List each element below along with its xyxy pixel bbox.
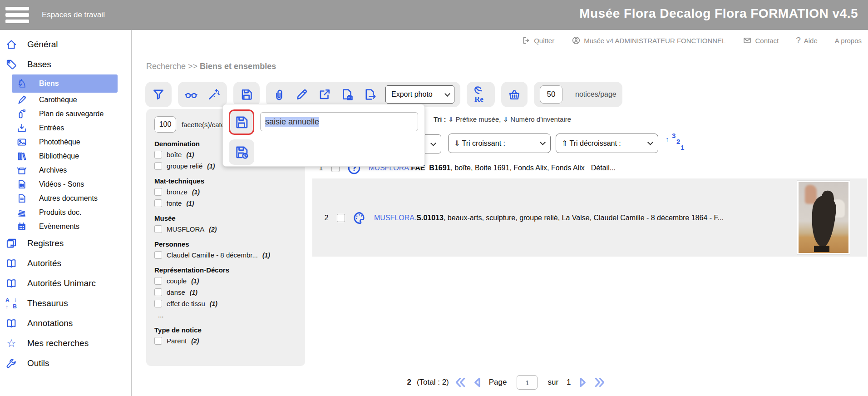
sidebar-item-autorites-unimarc[interactable]: Autorités Unimarc (0, 273, 131, 293)
fire-extinguisher-icon (16, 109, 27, 119)
page-label: Page (489, 378, 507, 387)
facet-checkbox[interactable] (154, 288, 162, 296)
facet-more-link[interactable]: ... (158, 311, 297, 319)
document-export-icon[interactable] (363, 87, 377, 102)
facet-checkbox[interactable] (154, 188, 162, 196)
quitter-link[interactable]: Quitter (522, 36, 554, 45)
save-search-panel: saisie annuelle (222, 104, 425, 167)
palette-icon[interactable] (352, 211, 367, 225)
save-icon[interactable] (239, 87, 254, 102)
total-pages: 1 (567, 378, 571, 387)
contact-link[interactable]: Contact (743, 36, 779, 45)
search-name-input[interactable]: saisie annuelle (260, 112, 418, 131)
facet-option: effet de tissu(1) (154, 300, 297, 307)
chevron-down-icon (647, 139, 653, 145)
apropos-link[interactable]: A propos (835, 37, 862, 45)
toolbar-group-perpage: notices/page (534, 82, 622, 107)
core-sample-icon (16, 94, 27, 105)
hamburger-menu-icon[interactable] (5, 7, 29, 23)
magic-wand-icon[interactable] (207, 87, 221, 102)
thesaurus-ab-icon: A↓↑B (5, 297, 17, 309)
sidebar-item-videos-sons[interactable]: Vidéos - Sons (0, 177, 131, 191)
sidebar-item-plan-de-sauvegarde[interactable]: Plan de sauvegarde (0, 107, 131, 121)
facet-checkbox[interactable] (154, 300, 162, 307)
chevron-down-icon (540, 139, 546, 145)
last-page-icon[interactable] (594, 376, 606, 388)
aide-link[interactable]: ? Aide (796, 35, 818, 45)
facet-checkbox[interactable] (154, 277, 162, 285)
previous-page-icon[interactable] (472, 376, 483, 388)
sidebar-item-autres-documents[interactable]: Autres documents (0, 191, 131, 205)
app-title: Musée Flora Decalog Flora FORMATION v4.5 (579, 6, 858, 21)
facet-checkbox[interactable] (154, 337, 162, 345)
sidebar-item-bibliotheque[interactable]: Bibliothèque (0, 149, 131, 163)
sidebar-item-registres[interactable]: Registres (0, 233, 131, 253)
pagination: 2 (Total : 2) Page sur 1 (145, 375, 867, 390)
chevron-down-icon (444, 91, 450, 97)
open-book-icon (5, 257, 17, 269)
re-logo-icon[interactable]: Re (473, 86, 489, 103)
sidebar-item-entrees[interactable]: Entrées (0, 121, 131, 135)
facet-checkbox[interactable] (154, 162, 162, 170)
facet-option: couple(1) (154, 277, 297, 285)
sidebar-item-bases[interactable]: Bases (0, 54, 131, 74)
external-link-icon[interactable] (317, 87, 332, 102)
sort-ascending-select[interactable]: ⇓ Tri croissant : (448, 134, 551, 153)
page-number-input[interactable] (517, 375, 538, 390)
sidebar-item-evenements[interactable]: Evènements (0, 219, 131, 233)
sidebar: Général Bases ♘ Biens Carothèque Plan de… (0, 30, 132, 396)
first-page-icon[interactable] (454, 376, 466, 388)
save-clock-icon (234, 144, 249, 160)
chess-knight-icon: ♘ (16, 78, 27, 89)
sidebar-item-outils[interactable]: Outils (0, 353, 131, 373)
facet-option: MUSFLORA(2) (154, 225, 297, 233)
result-detail-link[interactable]: Détail... (591, 164, 616, 172)
paperclip-icon[interactable] (272, 87, 286, 102)
export-photo-select[interactable]: Export photo (385, 85, 454, 104)
sidebar-item-general[interactable]: Général (0, 35, 131, 54)
pencil-icon[interactable] (295, 87, 309, 102)
facet-checkbox[interactable] (154, 199, 162, 207)
save-search-button-highlighted[interactable] (229, 109, 254, 135)
result-thumbnail[interactable] (797, 180, 850, 255)
toolbar-group-save (233, 82, 260, 107)
photo-icon (16, 137, 27, 148)
numeric-sort-icon[interactable]: 321↑ (666, 133, 686, 153)
sort-descending-select[interactable]: ⇑ Tri décroissant : (556, 134, 658, 153)
document-print-icon[interactable] (340, 87, 355, 102)
next-page-icon[interactable] (577, 376, 588, 388)
notices-per-page-input[interactable] (540, 85, 562, 104)
user-account[interactable]: Musée v4 ADMINISTRATEUR FONCTIONNEL (572, 36, 725, 45)
page-sur-label: sur (547, 378, 558, 387)
sidebar-item-autorites[interactable]: Autorités (0, 253, 131, 273)
result-checkbox[interactable] (337, 214, 345, 222)
filter-icon[interactable] (151, 87, 166, 102)
facet-group-musee: Musée MUSFLORA(2) (154, 214, 297, 233)
facet-checkbox[interactable] (154, 225, 162, 233)
facet-count-input[interactable] (154, 116, 176, 133)
document-icon (16, 193, 27, 204)
sidebar-item-produits-doc[interactable]: Produits doc. (0, 205, 131, 219)
facet-group-type-de-notice: Type de notice Parent(2) (154, 326, 297, 345)
facet-checkbox[interactable] (154, 251, 162, 259)
result-link[interactable]: MUSFLORA. (374, 214, 416, 222)
glasses-icon[interactable] (184, 87, 198, 102)
toolbar-group-recolnat: Re (467, 82, 495, 107)
sidebar-item-biens[interactable]: ♘ Biens (12, 74, 118, 93)
sidebar-item-mes-recherches[interactable]: ☆ Mes recherches (0, 333, 131, 353)
breadcrumb: Recherche >> Biens et ensembles (146, 62, 276, 71)
result-text: MUSFLORA.S.01013, beaux-arts, sculpture,… (374, 214, 724, 222)
sidebar-item-phototheque[interactable]: Photothèque (0, 135, 131, 149)
basket-icon[interactable] (507, 87, 522, 102)
workspace-label: Espaces de travail (42, 10, 105, 20)
sculpture-photo (799, 182, 848, 253)
sidebar-item-thesaurus[interactable]: A↓↑B Thesaurus (0, 293, 131, 313)
sidebar-item-archives[interactable]: Archives (0, 163, 131, 177)
sidebar-item-annotations[interactable]: Annotations (0, 313, 131, 333)
save-scheduled-button[interactable] (229, 139, 254, 165)
star-icon: ☆ (5, 337, 17, 349)
calendar-icon (16, 221, 27, 232)
sidebar-item-carotheque[interactable]: Carothèque (0, 93, 131, 107)
facet-count-label: facette(s)/caté (182, 121, 225, 129)
facet-checkbox[interactable] (154, 151, 162, 158)
